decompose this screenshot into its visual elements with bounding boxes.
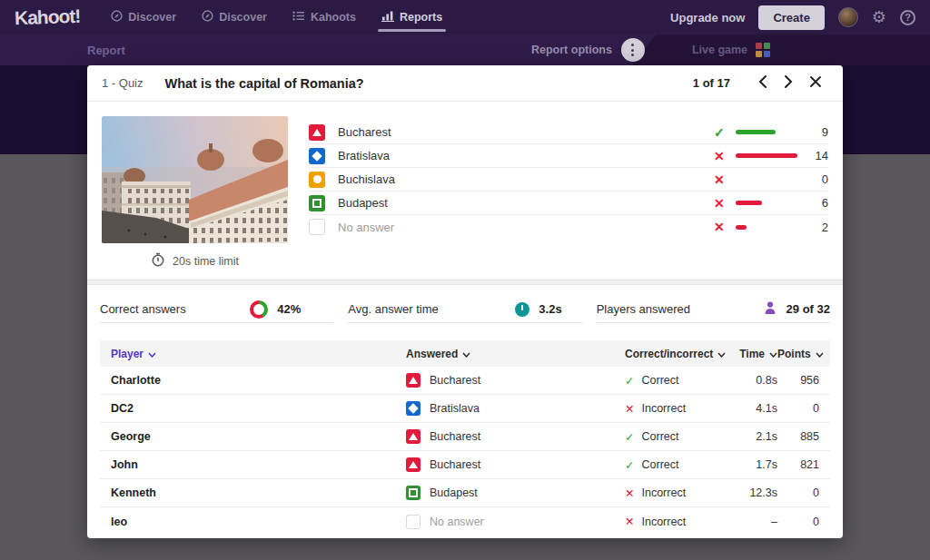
create-button[interactable]: Create [758, 5, 824, 30]
player-name: DC2 [111, 402, 406, 415]
table-row: Kenneth Budapest ✕Incorrect 12.3s 0 [100, 479, 830, 507]
answer-count-bar [736, 225, 747, 230]
answer-shape-icon [406, 401, 420, 416]
player-name: leo [111, 516, 406, 528]
close-icon [809, 75, 822, 91]
timer-icon [515, 302, 529, 317]
stat-value: 42% [277, 302, 301, 316]
column-header-correct-incorrect[interactable]: Correct/incorrect [625, 348, 736, 360]
live-game-icon [756, 43, 770, 57]
prev-question-button[interactable] [754, 72, 772, 94]
nav-item-discover-2[interactable]: Discover [202, 0, 267, 34]
result-label: Correct [641, 430, 678, 443]
table-row: DC2 Bratislava ✕Incorrect 4.1s 0 [100, 395, 830, 423]
live-game-label: Live game [692, 44, 747, 56]
stat-label: Avg. answer time [348, 302, 515, 316]
answer-shape-triangle-icon [309, 124, 325, 141]
nav-item-reports[interactable]: Reports [381, 0, 442, 34]
column-header-player[interactable]: Player [111, 348, 406, 360]
kahoot-logo[interactable]: Kahoot! [15, 5, 81, 30]
stat-value: 3.2s [539, 302, 561, 316]
question-title: What is the capital of Romania? [165, 76, 693, 91]
player-name: Kenneth [111, 486, 406, 499]
result-icon: ✕ [625, 402, 634, 416]
help-icon[interactable]: ? [900, 10, 915, 25]
answer-row-bratislava: Bratislava ✕ 14 [309, 144, 828, 168]
table-header: Player Answered Correct/incorrect Time P… [100, 340, 830, 367]
result-label: Incorrect [641, 402, 686, 415]
next-question-button[interactable] [779, 72, 797, 94]
points-cell: 821 [777, 458, 819, 471]
answer-label: Budapest [338, 196, 714, 210]
user-avatar[interactable] [838, 7, 858, 27]
close-modal-button[interactable] [805, 73, 826, 93]
answer-count: 9 [805, 125, 828, 139]
answer-shape-icon [406, 429, 420, 444]
compass-icon [111, 10, 123, 25]
time-limit-label: 20s time limit [173, 255, 239, 268]
result-icon: ✕ [714, 220, 736, 234]
result-icon: ✓ [625, 374, 634, 388]
player-name: Charlotte [111, 374, 406, 387]
question-summary-section: 20s time limit Bucharest ✓ 9 Bratislava … [87, 102, 843, 280]
answered-label: No answer [430, 516, 484, 528]
table-row: George Bucharest ✓Correct 2.1s 885 [100, 423, 830, 451]
sort-chevron-icon [816, 348, 824, 360]
stat-label: Correct answers [100, 302, 250, 316]
stat-value: 29 of 32 [787, 302, 830, 316]
nav-label: Discover [128, 11, 176, 24]
answer-shape-circle-icon [309, 172, 325, 188]
time-cell: 0.8s [736, 374, 777, 387]
answer-row-no-answer: No answer ✕ 2 [309, 215, 828, 239]
result-label: Incorrect [641, 516, 686, 528]
answer-shape-icon [406, 373, 420, 388]
sort-chevron-icon [462, 348, 470, 360]
nav-item-discover-1[interactable]: Discover [111, 0, 176, 34]
time-cell: 2.1s [736, 430, 777, 443]
table-row: Charlotte Bucharest ✓Correct 0.8s 956 [100, 367, 830, 395]
answer-row-budapest: Budapest ✕ 6 [309, 192, 828, 215]
report-options-menu-button[interactable] [621, 38, 645, 62]
result-icon: ✕ [714, 196, 736, 211]
sort-chevron-icon [148, 348, 156, 360]
column-header-time[interactable]: Time [736, 348, 777, 360]
answer-count: 14 [805, 149, 828, 162]
clock-icon [151, 252, 165, 270]
person-icon [763, 300, 777, 319]
time-cell: 12.3s [736, 486, 777, 499]
results-table: Player Answered Correct/incorrect Time P… [100, 340, 830, 535]
answered-label: Bucharest [430, 458, 480, 471]
nav-label: Discover [219, 11, 267, 24]
upgrade-now-link[interactable]: Upgrade now [670, 11, 745, 25]
chevron-right-icon [784, 74, 793, 92]
result-icon: ✓ [625, 458, 634, 472]
player-name: George [111, 430, 406, 443]
stat-label: Players answered [597, 302, 763, 316]
points-cell: 885 [777, 430, 819, 443]
top-navbar: Kahoot! Discover Discover Kahoots Report… [0, 0, 930, 34]
result-icon: ✕ [714, 149, 736, 163]
nav-item-kahoots[interactable]: Kahoots [292, 0, 356, 34]
answer-row-bucharest: Bucharest ✓ 9 [309, 121, 828, 144]
modal-header: 1 - Quiz What is the capital of Romania?… [87, 65, 843, 102]
table-row: leo No answer ✕Incorrect – 0 [100, 507, 830, 535]
column-header-points[interactable]: Points [777, 348, 824, 360]
result-label: Correct [641, 458, 678, 471]
topbar-right: Upgrade now Create ⚙ ? [670, 5, 915, 30]
stat-avg-answer-time: Avg. answer time 3.2s [348, 285, 581, 340]
answer-shape-icon [406, 486, 420, 500]
answers-list: Bucharest ✓ 9 Bratislava ✕ 14 Buchislava… [309, 121, 828, 239]
result-icon: ✓ [714, 125, 736, 140]
settings-gear-icon[interactable]: ⚙ [872, 9, 886, 25]
list-icon [292, 10, 305, 25]
column-header-answered[interactable]: Answered [406, 348, 625, 360]
question-report-modal: 1 - Quiz What is the capital of Romania?… [87, 65, 843, 538]
time-limit: 20s time limit [102, 252, 288, 270]
report-subheader: Report Report options Live game [0, 34, 930, 65]
report-options-label: Report options [531, 44, 612, 56]
result-icon: ✕ [714, 172, 736, 187]
answer-count: 0 [805, 172, 828, 186]
answer-shape-diamond-icon [309, 148, 325, 164]
answer-shape-none-icon [309, 219, 325, 235]
donut-chart-icon [250, 300, 268, 319]
